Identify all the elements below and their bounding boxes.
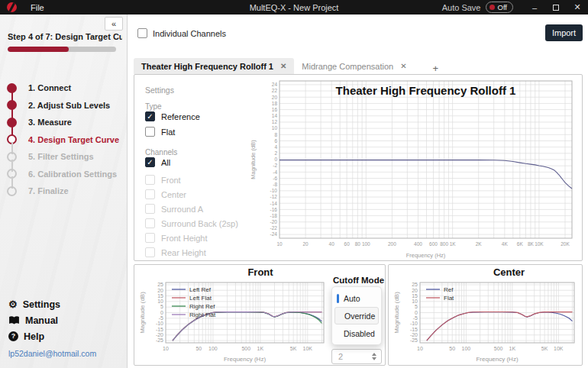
svg-text:40: 40 [329, 241, 335, 247]
svg-text:Frequency (Hz): Frequency (Hz) [476, 356, 518, 363]
spinner-arrows-icon[interactable] [372, 353, 381, 360]
autosave-label: Auto Save [442, 3, 481, 12]
svg-text:Left Flat: Left Flat [189, 295, 212, 302]
channel-front-height-checkbox: Front Height [145, 233, 208, 243]
svg-text:-25: -25 [410, 337, 418, 343]
autosave-state: Off [498, 3, 508, 11]
svg-text:10K: 10K [535, 241, 544, 247]
minimize-button[interactable]: – [524, 3, 545, 12]
svg-text:16: 16 [272, 107, 278, 112]
restore-button[interactable] [545, 3, 567, 12]
manual-button[interactable]: Manual [8, 312, 96, 328]
cutoff-mode-label: Cutoff Mode [333, 276, 384, 285]
channel-all-checkbox[interactable]: All [145, 157, 170, 167]
target-curve-chart[interactable]: -24-22-20-18-16-14-12-10-8-6-4-202468101… [249, 77, 579, 259]
svg-text:5: 5 [415, 304, 418, 309]
channel-surround-a-label: Surround A [161, 205, 203, 214]
svg-text:20: 20 [272, 95, 278, 100]
close-button[interactable]: ✕ [567, 2, 588, 12]
order-spinner[interactable]: 2 [331, 349, 382, 364]
import-button[interactable]: Import [545, 24, 583, 41]
help-button[interactable]: ? Help [8, 328, 96, 344]
svg-text:Right Ref: Right Ref [189, 303, 215, 310]
tab-close-icon[interactable]: ✕ [280, 62, 286, 70]
autosave-status-dot-icon [489, 5, 495, 10]
type-reference-checkbox[interactable]: Reference [145, 111, 200, 121]
svg-text:50: 50 [449, 346, 455, 351]
sidebar-step-measure[interactable]: 3. Measure [0, 114, 127, 131]
tab-midrange-compensation[interactable]: Midrange Compensation ✕ [294, 58, 414, 74]
svg-text:200: 200 [388, 241, 396, 247]
svg-text:-25: -25 [156, 337, 163, 343]
channel-front-checkbox: Front [145, 175, 181, 185]
step-dot-icon [7, 186, 17, 196]
step-list: 1. Connect 2. Adjust Sub Levels 3. Measu… [0, 79, 127, 200]
svg-text:-20: -20 [270, 219, 278, 224]
settings-panel-header: Settings [145, 86, 174, 95]
svg-text:-15: -15 [156, 327, 163, 332]
title-bar: File MultEQ-X - New Project Auto Save Of… [0, 0, 588, 15]
help-label: Help [24, 331, 44, 342]
individual-channels-label: Individual Channels [153, 29, 226, 38]
svg-text:100: 100 [362, 241, 370, 247]
front-channel-chart[interactable]: -25-20-15-10-5051015202510501005001K5K10… [138, 279, 329, 363]
svg-text:0: 0 [274, 157, 277, 162]
svg-text:500: 500 [241, 346, 250, 351]
svg-text:-10: -10 [410, 321, 418, 326]
cutoff-option-override[interactable]: Override [334, 307, 379, 324]
account-email-link[interactable]: lp52daniel@hotmail.com [8, 349, 96, 358]
svg-text:80: 80 [355, 241, 361, 247]
audyssey-logo-icon [7, 2, 17, 12]
svg-text:25: 25 [157, 282, 163, 287]
checkbox-icon [145, 218, 155, 228]
channel-surround-back-checkbox: Surround Back (2sp) [145, 218, 238, 228]
svg-text:-18: -18 [270, 213, 278, 218]
tab-theater-high-frequency-rolloff[interactable]: Theater High Frequency Rolloff 1 ✕ [134, 58, 294, 74]
svg-text:500: 500 [494, 346, 503, 351]
svg-text:-8: -8 [273, 182, 277, 187]
checkbox-icon [145, 175, 155, 185]
sidebar-step-filter-settings[interactable]: 5. Filter Settings [0, 148, 127, 166]
svg-text:0: 0 [415, 310, 418, 315]
svg-text:-16: -16 [270, 207, 278, 212]
spin-down-icon[interactable] [372, 357, 376, 360]
channel-center-checkbox: Center [145, 189, 186, 199]
svg-text:12: 12 [272, 119, 278, 124]
add-tab-button[interactable]: + [428, 63, 444, 74]
sidebar-step-design-target-curve[interactable]: 4. Design Target Curve [0, 131, 127, 149]
center-channel-chart[interactable]: -25-20-15-10-5051015202510501005001K5K10… [393, 279, 580, 363]
individual-channels-checkbox[interactable]: Individual Channels [137, 28, 226, 38]
svg-text:4: 4 [274, 144, 277, 150]
type-flat-checkbox[interactable]: Flat [145, 127, 175, 137]
sidebar-collapse-button[interactable]: « [105, 17, 123, 31]
svg-text:6K: 6K [517, 241, 524, 247]
spin-up-icon[interactable] [372, 353, 376, 356]
svg-text:Magnitude (dB): Magnitude (dB) [250, 140, 257, 179]
autosave-toggle[interactable]: Off [486, 2, 514, 13]
svg-text:-14: -14 [270, 201, 278, 206]
cutoff-option-disabled[interactable]: Disabled [334, 324, 379, 342]
sidebar-step-adjust-sub-levels[interactable]: 2. Adjust Sub Levels [0, 97, 127, 115]
file-menu[interactable]: File [24, 3, 50, 12]
checkbox-icon [137, 28, 147, 38]
svg-text:600: 600 [429, 241, 438, 247]
main-content: Individual Channels Import Theater High … [128, 15, 588, 368]
svg-text:15: 15 [412, 293, 418, 299]
sidebar-step-finalize[interactable]: 7. Finalize [0, 182, 127, 200]
svg-text:8K: 8K [528, 241, 535, 247]
svg-text:Frequency (Hz): Frequency (Hz) [224, 356, 266, 363]
tab-close-icon[interactable]: ✕ [400, 62, 406, 70]
svg-text:10: 10 [157, 299, 163, 304]
svg-text:Flat: Flat [444, 295, 454, 302]
svg-text:5K: 5K [541, 346, 548, 351]
type-flat-label: Flat [161, 128, 175, 137]
step-label: 1. Connect [28, 83, 71, 92]
svg-text:20: 20 [412, 288, 418, 293]
cutoff-option-auto[interactable]: Auto [334, 289, 379, 307]
sidebar-step-connect[interactable]: 1. Connect [0, 79, 127, 97]
step-label: 4. Design Target Curve [28, 135, 119, 144]
svg-text:18: 18 [272, 101, 278, 106]
settings-button[interactable]: ⚙ Settings [8, 296, 96, 312]
svg-text:-10: -10 [270, 188, 278, 193]
sidebar-step-calibration-settings[interactable]: 6. Calibration Settings [0, 166, 127, 183]
